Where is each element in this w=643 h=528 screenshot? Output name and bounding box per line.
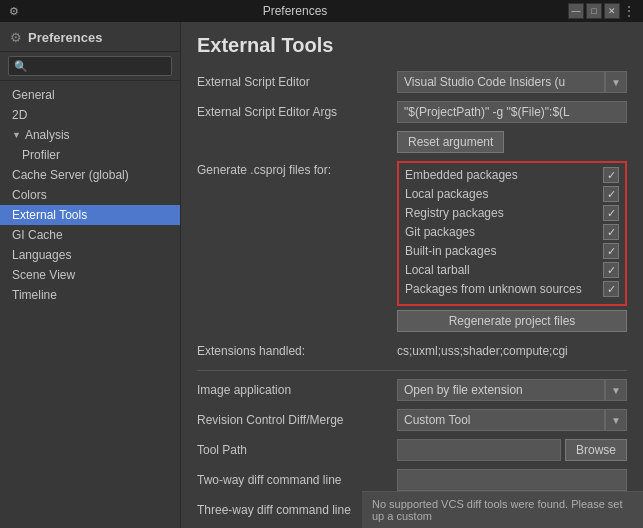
main-layout: ⚙ Preferences 🔍 General 2D ▼ Analysis Pr… <box>0 22 643 528</box>
ext-script-editor-args-row: External Script Editor Args "$(ProjectPa… <box>197 101 627 123</box>
reset-argument-button[interactable]: Reset argument <box>397 131 504 153</box>
sidebar-item-label: Cache Server (global) <box>12 168 129 182</box>
checkbox-registry[interactable] <box>603 205 619 221</box>
ext-script-editor-args-label: External Script Editor Args <box>197 105 397 119</box>
search-input[interactable] <box>31 59 166 73</box>
sidebar-item-label: Profiler <box>22 148 60 162</box>
checkbox-unknown[interactable] <box>603 281 619 297</box>
window-controls: — □ ✕ ⋮ <box>568 3 637 19</box>
revision-control-label: Revision Control Diff/Merge <box>197 413 397 427</box>
two-way-diff-row: Two-way diff command line <box>197 469 627 491</box>
checkbox-row-builtin: Built-in packages <box>403 243 621 259</box>
generate-csproj-label: Generate .csproj files for: <box>197 161 397 177</box>
more-options-icon[interactable]: ⋮ <box>622 3 637 19</box>
checkbox-local[interactable] <box>603 186 619 202</box>
sidebar-item-label: Languages <box>12 248 71 262</box>
sidebar-item-label: 2D <box>12 108 27 122</box>
checkbox-tarball[interactable] <box>603 262 619 278</box>
checkbox-label-registry: Registry packages <box>405 206 504 220</box>
ext-script-editor-value[interactable]: Visual Studio Code Insiders (u <box>397 71 605 93</box>
image-application-dropdown-btn[interactable]: ▼ <box>605 379 627 401</box>
maximize-button[interactable]: □ <box>586 3 602 19</box>
checkbox-label-builtin: Built-in packages <box>405 244 496 258</box>
image-application-value[interactable]: Open by file extension <box>397 379 605 401</box>
two-way-diff-label: Two-way diff command line <box>197 473 397 487</box>
image-application-row: Image application Open by file extension… <box>197 379 627 401</box>
checkbox-label-git: Git packages <box>405 225 475 239</box>
sidebar-item-label: Analysis <box>25 128 70 142</box>
sidebar-item-scene-view[interactable]: Scene View <box>0 265 180 285</box>
checkbox-label-embedded: Embedded packages <box>405 168 518 182</box>
preferences-gear-icon: ⚙ <box>10 30 22 45</box>
sidebar-item-profiler[interactable]: Profiler <box>0 145 180 165</box>
search-icon: 🔍 <box>14 60 28 73</box>
extensions-handled-row: Extensions handled: cs;uxml;uss;shader;c… <box>197 340 627 362</box>
chevron-down-icon: ▼ <box>611 385 621 396</box>
close-button[interactable]: ✕ <box>604 3 620 19</box>
content-area: External Tools External Script Editor Vi… <box>181 22 643 528</box>
app-icon: ⚙ <box>6 3 22 19</box>
extensions-handled-value: cs;uxml;uss;shader;compute;cgi <box>397 344 568 358</box>
sidebar-item-cache-server[interactable]: Cache Server (global) <box>0 165 180 185</box>
generate-csproj-row: Generate .csproj files for: Embedded pac… <box>197 161 627 332</box>
checkbox-row-local: Local packages <box>403 186 621 202</box>
tool-path-row: Tool Path Browse <box>197 439 627 461</box>
browse-button[interactable]: Browse <box>565 439 627 461</box>
tool-path-label: Tool Path <box>197 443 397 457</box>
checkbox-label-tarball: Local tarball <box>405 263 470 277</box>
window-title: Preferences <box>22 4 568 18</box>
info-text: No supported VCS diff tools were found. … <box>372 498 623 522</box>
sidebar-nav: General 2D ▼ Analysis Profiler Cache Ser… <box>0 81 180 528</box>
chevron-down-icon: ▼ <box>12 130 21 140</box>
checkbox-builtin[interactable] <box>603 243 619 259</box>
sidebar-header: ⚙ Preferences <box>0 22 180 52</box>
checkbox-embedded[interactable] <box>603 167 619 183</box>
page-title: External Tools <box>197 34 627 57</box>
revision-control-dropdown-btn[interactable]: ▼ <box>605 409 627 431</box>
sidebar-item-external-tools[interactable]: External Tools <box>0 205 180 225</box>
divider-1 <box>197 370 627 371</box>
checkbox-row-unknown: Packages from unknown sources <box>403 281 621 297</box>
extensions-handled-label: Extensions handled: <box>197 344 397 358</box>
checkboxes-container: Embedded packages Local packages Registr… <box>397 161 627 306</box>
sidebar-item-gi-cache[interactable]: GI Cache <box>0 225 180 245</box>
reset-argument-row: Reset argument <box>197 131 627 153</box>
revision-control-row: Revision Control Diff/Merge Custom Tool … <box>197 409 627 431</box>
ext-script-editor-row: External Script Editor Visual Studio Cod… <box>197 71 627 93</box>
chevron-down-icon: ▼ <box>611 415 621 426</box>
sidebar-item-label: Timeline <box>12 288 57 302</box>
ext-script-editor-args-value[interactable]: "$(ProjectPath)" -g "$(File)":$(L <box>397 101 627 123</box>
checkbox-git[interactable] <box>603 224 619 240</box>
checkbox-row-git: Git packages <box>403 224 621 240</box>
checkbox-row-embedded: Embedded packages <box>403 167 621 183</box>
checkbox-row-tarball: Local tarball <box>403 262 621 278</box>
sidebar-title: Preferences <box>28 30 102 45</box>
sidebar: ⚙ Preferences 🔍 General 2D ▼ Analysis Pr… <box>0 22 181 528</box>
title-bar: ⚙ Preferences — □ ✕ ⋮ <box>0 0 643 22</box>
minimize-button[interactable]: — <box>568 3 584 19</box>
sidebar-item-general[interactable]: General <box>0 85 180 105</box>
sidebar-item-label: External Tools <box>12 208 87 222</box>
checkbox-row-registry: Registry packages <box>403 205 621 221</box>
tool-path-value[interactable] <box>397 439 561 461</box>
sidebar-item-label: Scene View <box>12 268 75 282</box>
regenerate-project-files-button[interactable]: Regenerate project files <box>397 310 627 332</box>
chevron-down-icon: ▼ <box>611 77 621 88</box>
ext-script-editor-dropdown-btn[interactable]: ▼ <box>605 71 627 93</box>
info-bar: No supported VCS diff tools were found. … <box>362 491 643 528</box>
sidebar-item-languages[interactable]: Languages <box>0 245 180 265</box>
image-application-label: Image application <box>197 383 397 397</box>
sidebar-item-analysis[interactable]: ▼ Analysis <box>0 125 180 145</box>
checkbox-label-local: Local packages <box>405 187 488 201</box>
two-way-diff-value[interactable] <box>397 469 627 491</box>
ext-script-editor-label: External Script Editor <box>197 75 397 89</box>
sidebar-item-label: Colors <box>12 188 47 202</box>
sidebar-item-label: GI Cache <box>12 228 63 242</box>
sidebar-item-colors[interactable]: Colors <box>0 185 180 205</box>
sidebar-item-timeline[interactable]: Timeline <box>0 285 180 305</box>
checkbox-label-unknown: Packages from unknown sources <box>405 282 582 296</box>
search-input-wrap[interactable]: 🔍 <box>8 56 172 76</box>
revision-control-value[interactable]: Custom Tool <box>397 409 605 431</box>
generate-csproj-options: Embedded packages Local packages Registr… <box>397 161 627 332</box>
sidebar-item-2d[interactable]: 2D <box>0 105 180 125</box>
